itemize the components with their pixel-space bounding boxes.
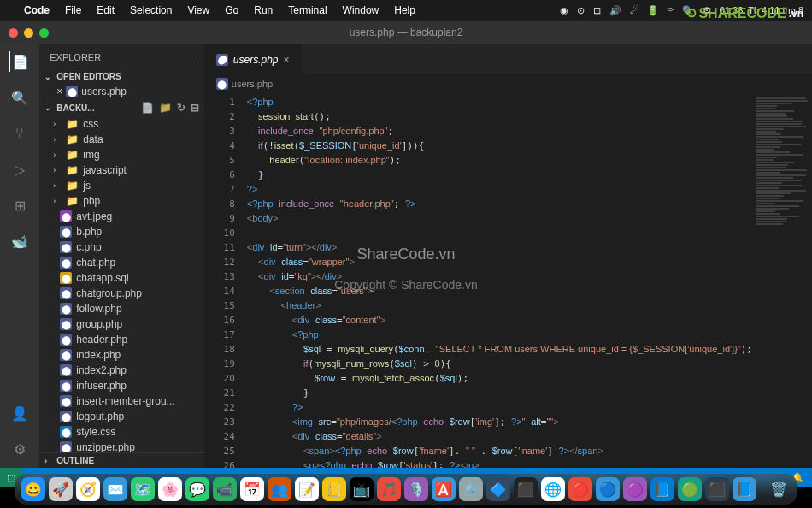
dock-app2[interactable]: ⬛ bbox=[514, 477, 538, 501]
code-editor[interactable]: 1234567891011121314151617181920212223242… bbox=[204, 93, 812, 468]
dock-safari[interactable]: 🧭 bbox=[76, 477, 100, 501]
minimize-window[interactable] bbox=[24, 28, 33, 38]
file-chatgroup-php[interactable]: ⬤chatgroup.php bbox=[39, 286, 204, 301]
dock-mail[interactable]: ✉️ bbox=[103, 477, 127, 501]
menu-selection[interactable]: Selection bbox=[130, 4, 172, 16]
menu-run[interactable]: Run bbox=[254, 4, 273, 16]
file-group-php[interactable]: ⬤group.php bbox=[39, 316, 204, 332]
folder-javascript[interactable]: ›📁javascript bbox=[39, 162, 204, 178]
explorer-header: EXPLORER ⋯ bbox=[39, 44, 204, 69]
record-icon[interactable]: ⊙ bbox=[577, 5, 585, 16]
debug-icon[interactable]: ▷ bbox=[9, 159, 30, 180]
open-editor-item[interactable]: ×⬤users.php bbox=[39, 84, 204, 99]
file-follow-php[interactable]: ⬤follow.php bbox=[39, 301, 204, 316]
file-unzipper-php[interactable]: ⬤unzipper.php bbox=[39, 440, 204, 452]
close-tab-icon[interactable]: × bbox=[284, 54, 290, 66]
dock-appstore[interactable]: 🅰️ bbox=[432, 477, 456, 501]
dock-finder[interactable]: 😀 bbox=[21, 477, 45, 501]
explorer-icon[interactable]: 📄 bbox=[9, 51, 29, 72]
dock-reminders[interactable]: 📝 bbox=[295, 477, 319, 501]
window-title: users.php — backuplan2 bbox=[350, 27, 463, 38]
tab-users-php[interactable]: ⬤ users.php × bbox=[204, 44, 302, 74]
app-name[interactable]: Code bbox=[24, 4, 50, 16]
more-icon[interactable]: ⋯ bbox=[185, 51, 194, 62]
dock-maps[interactable]: 🗺️ bbox=[131, 477, 155, 501]
wifi-icon[interactable]: ⌔ bbox=[668, 5, 674, 15]
outline-section[interactable]: ›OUTLINE bbox=[39, 452, 204, 468]
dock-launchpad[interactable]: 🚀 bbox=[49, 477, 73, 501]
line-numbers: 1234567891011121314151617181920212223242… bbox=[204, 93, 247, 468]
account-icon[interactable]: 👤 bbox=[9, 403, 30, 423]
dock-app8[interactable]: 📘 bbox=[733, 477, 756, 501]
dock-app7[interactable]: ⬛ bbox=[705, 477, 729, 501]
dock-facetime[interactable]: 📹 bbox=[213, 477, 237, 501]
file-style-css[interactable]: ⬤style.css bbox=[39, 424, 204, 440]
dock-app1[interactable]: 🔷 bbox=[486, 477, 510, 501]
tray-icon[interactable]: ⊡ bbox=[593, 5, 601, 16]
dock-podcasts[interactable]: 🎙️ bbox=[404, 477, 428, 501]
menu-file[interactable]: File bbox=[65, 4, 81, 16]
explorer-sidebar: EXPLORER ⋯ ⌄OPEN EDITORS ×⬤users.php ⌄BA… bbox=[39, 44, 204, 468]
minimap[interactable] bbox=[752, 93, 812, 468]
dock-vscode[interactable]: 📘 bbox=[650, 477, 674, 501]
refresh-icon[interactable]: ↻ bbox=[177, 102, 185, 114]
file-header-php[interactable]: ⬤header.php bbox=[39, 332, 204, 347]
volume-icon[interactable]: 🔊 bbox=[609, 5, 621, 16]
dock-app3[interactable]: 🔴 bbox=[568, 477, 592, 501]
code-content[interactable]: <?php session_start(); include_once "php… bbox=[247, 93, 752, 468]
file-chat-php[interactable]: ⬤chat.php bbox=[39, 255, 204, 270]
status-icon[interactable]: ◉ bbox=[560, 5, 568, 16]
dock-messages[interactable]: 💬 bbox=[185, 477, 209, 501]
file-b-php[interactable]: ⬤b.php bbox=[39, 224, 204, 239]
battery-icon[interactable]: 🔋 bbox=[647, 5, 659, 16]
menu-help[interactable]: Help bbox=[394, 4, 415, 16]
collapse-icon[interactable]: ⊟ bbox=[191, 102, 199, 114]
menu-edit[interactable]: Edit bbox=[97, 4, 115, 16]
macos-dock: 😀 🚀 🧭 ✉️ 🗺️ 🌸 💬 📹 📅 👥 📝 📒 📺 🎵 🎙️ 🅰️ ⚙️ 🔷… bbox=[15, 474, 797, 505]
folder-php[interactable]: ›📁php bbox=[39, 193, 204, 209]
window-titlebar: users.php — backuplan2 bbox=[0, 21, 812, 44]
folder-data[interactable]: ›📁data bbox=[39, 132, 204, 147]
dock-photos[interactable]: 🌸 bbox=[158, 477, 182, 501]
dock-calendar[interactable]: 📅 bbox=[240, 477, 264, 501]
settings-icon[interactable]: ⚙ bbox=[9, 439, 30, 459]
dock-app5[interactable]: 🟣 bbox=[623, 477, 647, 501]
folder-js[interactable]: ›📁js bbox=[39, 178, 204, 193]
dock-tv[interactable]: 📺 bbox=[350, 477, 374, 501]
bluetooth-icon[interactable]: ☄ bbox=[630, 5, 638, 16]
folder-img[interactable]: ›📁img bbox=[39, 147, 204, 162]
dock-app4[interactable]: 🔵 bbox=[596, 477, 620, 501]
file-index2-php[interactable]: ⬤index2.php bbox=[39, 363, 204, 378]
docker-icon[interactable]: 🐋 bbox=[9, 231, 30, 251]
menu-window[interactable]: Window bbox=[343, 4, 380, 16]
file-logout-php[interactable]: ⬤logout.php bbox=[39, 409, 204, 424]
new-folder-icon[interactable]: 📁 bbox=[159, 102, 172, 114]
menu-go[interactable]: Go bbox=[225, 4, 238, 16]
folder-css[interactable]: ›📁css bbox=[39, 116, 204, 132]
file-infuser-php[interactable]: ⬤infuser.php bbox=[39, 378, 204, 393]
traffic-lights bbox=[9, 28, 49, 38]
source-control-icon[interactable]: ⑂ bbox=[9, 123, 30, 144]
menu-terminal[interactable]: Terminal bbox=[288, 4, 327, 16]
file-index-php[interactable]: ⬤index.php bbox=[39, 347, 204, 363]
close-window[interactable] bbox=[9, 28, 18, 38]
breadcrumb[interactable]: ⬤ users.php bbox=[204, 74, 812, 93]
dock-contacts[interactable]: 👥 bbox=[268, 477, 291, 501]
menu-view[interactable]: View bbox=[187, 4, 209, 16]
file-chatapp-sql[interactable]: ⬤chatapp.sql bbox=[39, 270, 204, 286]
dock-settings[interactable]: ⚙️ bbox=[459, 477, 483, 501]
file-c-php[interactable]: ⬤c.php bbox=[39, 239, 204, 255]
open-editors-section[interactable]: ⌄OPEN EDITORS bbox=[39, 69, 204, 84]
dock-app6[interactable]: 🟢 bbox=[678, 477, 702, 501]
new-file-icon[interactable]: 📄 bbox=[141, 102, 154, 114]
file-avt-jpeg[interactable]: ⬤avt.jpeg bbox=[39, 209, 204, 224]
file-insert-member-grou---[interactable]: ⬤insert-member-grou... bbox=[39, 393, 204, 409]
maximize-window[interactable] bbox=[39, 28, 49, 38]
extensions-icon[interactable]: ⊞ bbox=[9, 195, 30, 216]
workspace-section[interactable]: ⌄BACKU... 📄 📁 ↻ ⊟ bbox=[39, 99, 204, 116]
dock-notes[interactable]: 📒 bbox=[322, 477, 346, 501]
search-icon[interactable]: 🔍 bbox=[9, 87, 30, 108]
dock-trash[interactable]: 🗑️ bbox=[767, 477, 791, 501]
dock-music[interactable]: 🎵 bbox=[377, 477, 401, 501]
dock-chrome[interactable]: 🌐 bbox=[541, 477, 565, 501]
